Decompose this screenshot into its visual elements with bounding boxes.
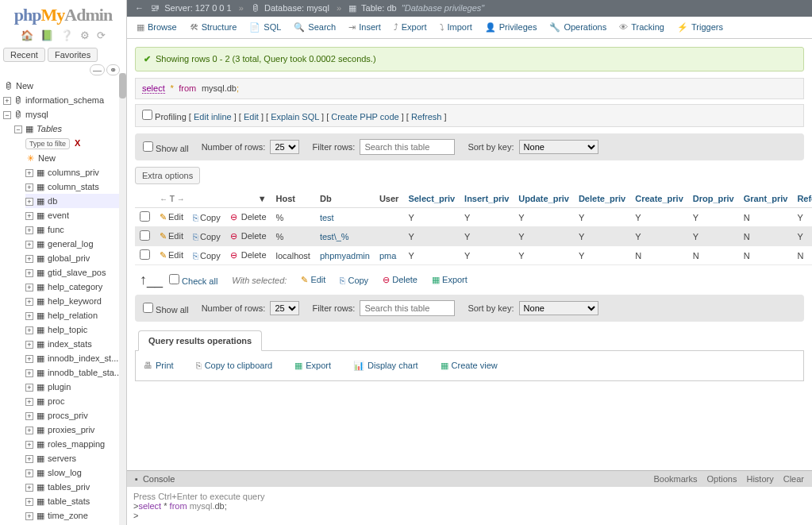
table-index_stats[interactable]: +▦ index_stats: [25, 337, 126, 351]
new-db[interactable]: 🛢 New: [3, 79, 126, 93]
table-filter-clear[interactable]: X: [75, 138, 80, 148]
tab-import[interactable]: ⤵Import: [433, 17, 479, 37]
crumb-server[interactable]: Server: 127 0 0 1: [164, 3, 231, 13]
tab-operations[interactable]: 🔧Operations: [543, 17, 613, 38]
table-help_topic[interactable]: +▦ help_topic: [25, 322, 126, 337]
row-copy[interactable]: ⎘Copy: [188, 208, 225, 227]
tab-insert[interactable]: ⇥Insert: [342, 17, 387, 38]
table-func[interactable]: +▦ func: [25, 222, 126, 237]
table-gtid_slave_pos[interactable]: +▦ gtid_slave_pos: [25, 265, 126, 280]
db-mysql[interactable]: −🛢 mysql: [3, 107, 126, 122]
selected-edit[interactable]: ✎ Edit: [301, 275, 325, 285]
tab-triggers[interactable]: ⚡Triggers: [671, 17, 729, 38]
col-select_priv[interactable]: Select_priv: [403, 189, 460, 208]
op-export[interactable]: ▦Export: [294, 361, 331, 371]
table-help_category[interactable]: +▦ help_category: [25, 280, 126, 294]
link-icon[interactable]: ⚭: [106, 64, 120, 75]
table-proxies_priv[interactable]: +▦ proxies_priv: [25, 423, 126, 437]
rows-select[interactable]: 25: [270, 140, 299, 154]
sort-key-select[interactable]: None: [519, 140, 598, 154]
table-event[interactable]: +▦ event: [25, 208, 126, 222]
table-time_zone[interactable]: +▦ time_zone: [25, 508, 126, 523]
console-history[interactable]: History: [746, 474, 773, 484]
recent-tab[interactable]: Recent: [3, 48, 45, 62]
table-roles_mapping[interactable]: +▦ roles_mapping: [25, 437, 126, 451]
console-toggle-icon[interactable]: ▪: [135, 474, 138, 484]
col-referenc[interactable]: Referenc: [792, 189, 812, 208]
console-title[interactable]: Console: [143, 474, 645, 484]
console-clear[interactable]: Clear: [783, 474, 804, 484]
favorites-tab[interactable]: Favorites: [48, 48, 98, 62]
table-filter-input[interactable]: Type to filte: [25, 138, 70, 149]
op-create-view[interactable]: ▦Create view: [441, 361, 498, 371]
col-drop_priv[interactable]: Drop_priv: [688, 189, 739, 208]
tab-export[interactable]: ⤴Export: [387, 17, 433, 37]
logo[interactable]: phpMyAdmin: [0, 0, 126, 27]
op-copy-clipboard[interactable]: ⎘Copy to clipboard: [196, 361, 273, 371]
create-php-link[interactable]: Create PHP code: [331, 112, 398, 122]
table-slow_log[interactable]: +▦ slow_log: [25, 465, 126, 480]
row-edit[interactable]: ✎Edit: [155, 208, 188, 227]
console-bookmarks[interactable]: Bookmarks: [654, 474, 698, 484]
table-column_stats[interactable]: +▦ column_stats: [25, 180, 126, 194]
console-body[interactable]: Press Ctrl+Enter to execute query >selec…: [127, 487, 812, 525]
tab-browse[interactable]: ▦Browse: [130, 17, 183, 38]
collapse-nav-icon[interactable]: ←: [135, 3, 144, 13]
sql-icon[interactable]: ⚙: [80, 29, 90, 41]
edit-link[interactable]: Edit: [244, 112, 259, 122]
crumb-table[interactable]: Table: db: [361, 3, 397, 13]
row-copy[interactable]: ⎘Copy: [188, 227, 225, 246]
row-checkbox[interactable]: [140, 230, 150, 241]
col-create_priv[interactable]: Create_priv: [630, 189, 688, 208]
table-help_keyword[interactable]: +▦ help_keyword: [25, 294, 126, 308]
filter-input-bottom[interactable]: [360, 300, 455, 316]
crumb-database[interactable]: Database: mysql: [264, 3, 329, 13]
col-user[interactable]: User: [375, 189, 403, 208]
col-db[interactable]: Db: [315, 189, 375, 208]
explain-sql-link[interactable]: Explain SQL: [271, 112, 319, 122]
table-general_log[interactable]: +▦ general_log: [25, 237, 126, 251]
tab-tracking[interactable]: 👁Tracking: [613, 17, 671, 37]
tab-search[interactable]: 🔍Search: [287, 17, 342, 38]
row-checkbox[interactable]: [140, 249, 150, 260]
tab-structure[interactable]: 🛠Structure: [183, 17, 244, 37]
tab-sql[interactable]: 📄SQL: [243, 17, 287, 38]
extra-options[interactable]: Extra options: [135, 167, 200, 184]
row-delete[interactable]: ⊖ Delete: [225, 208, 271, 227]
table-proc[interactable]: +▦ proc: [25, 394, 126, 408]
reload-icon[interactable]: ⟳: [97, 29, 106, 41]
col-insert_priv[interactable]: Insert_priv: [460, 189, 514, 208]
op-chart[interactable]: 📊Display chart: [353, 361, 418, 371]
selected-export[interactable]: ▦ Export: [432, 275, 468, 285]
col-update_priv[interactable]: Update_priv: [514, 189, 574, 208]
table-innodb_table_sta-[interactable]: +▦ innodb_table_sta...: [25, 365, 126, 380]
row-edit[interactable]: ✎Edit: [155, 227, 188, 246]
edit-inline-link[interactable]: Edit inline: [194, 112, 232, 122]
filter-input[interactable]: [360, 139, 455, 155]
docs-icon[interactable]: ❔: [60, 29, 73, 41]
col-delete_priv[interactable]: Delete_priv: [574, 189, 630, 208]
row-delete[interactable]: ⊖ Delete: [225, 227, 271, 246]
show-all-checkbox[interactable]: [143, 141, 153, 152]
refresh-link[interactable]: Refresh: [411, 112, 442, 122]
check-all-link[interactable]: Check all: [182, 276, 217, 286]
row-checkbox[interactable]: [140, 211, 150, 222]
table-tables_priv[interactable]: +▦ tables_priv: [25, 480, 126, 494]
logout-icon[interactable]: 📗: [40, 29, 53, 41]
col-host[interactable]: Host: [271, 189, 315, 208]
collapse-icon[interactable]: —: [90, 64, 105, 75]
new-table[interactable]: ✳ New: [25, 151, 126, 165]
table-table_stats[interactable]: +▦ table_stats: [25, 494, 126, 508]
table-innodb_index_st-[interactable]: +▦ innodb_index_st...: [25, 351, 126, 365]
selected-delete[interactable]: ⊖ Delete: [383, 275, 418, 285]
table-servers[interactable]: +▦ servers: [25, 451, 126, 465]
table-columns_priv[interactable]: +▦ columns_priv: [25, 165, 126, 180]
home-icon[interactable]: 🏠: [21, 29, 33, 41]
table-help_relation[interactable]: +▦ help_relation: [25, 308, 126, 322]
op-print[interactable]: 🖶Print: [144, 361, 174, 371]
table-procs_priv[interactable]: +▦ procs_priv: [25, 408, 126, 423]
table-global_priv[interactable]: +▦ global_priv: [25, 251, 126, 265]
table-plugin[interactable]: +▦ plugin: [25, 380, 126, 394]
tab-privileges[interactable]: 👤Privileges: [479, 17, 544, 38]
console-options[interactable]: Options: [707, 474, 737, 484]
